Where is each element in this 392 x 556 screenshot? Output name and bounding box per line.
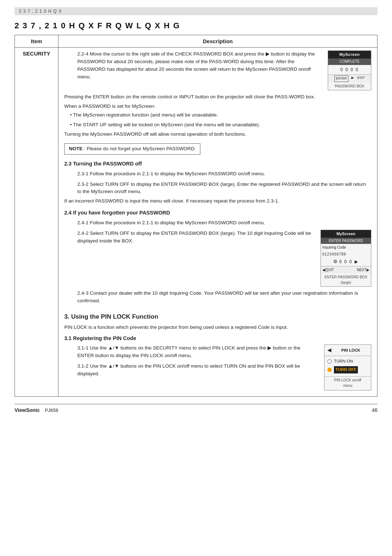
pin-lock-options: TURN ON TURN OFF — [324, 356, 371, 376]
enter-pw-inquiring-code: 0123456789 — [321, 251, 371, 258]
para-243: 2.4-3 Contact your dealer with the 10 di… — [64, 290, 371, 305]
pin-lock-turn-on-option: TURN ON — [327, 357, 368, 365]
exit-label: :EXIT — [357, 75, 365, 82]
footer-brand: ViewSonic — [15, 407, 40, 413]
pin-lock-header: ◀ PIN LOCK — [324, 345, 371, 356]
myscreen-box-title: MyScreen — [328, 51, 371, 58]
turn-off-label: TURN OFF — [334, 366, 358, 373]
enter-pw-subtitle: ENTER PASSWORD — [321, 238, 371, 244]
section-23-heading: 2.3 Turning the PASSWORD off — [64, 160, 371, 168]
page-wrapper: 2 3 7 , 2 1 0 H Q X 2 3 7 , 2 1 0 H Q X … — [0, 0, 392, 556]
enter-pw-box-label: ENTER PASSWORD BOX (large) — [321, 274, 371, 286]
arrow-label: ▶ — [351, 75, 354, 82]
enter-pw-title: MyScreen — [321, 230, 371, 238]
para-3-intro: PIN LOCK is a function which prevents th… — [64, 324, 371, 331]
section-224: 2.2-4 Move the cursor to the right side … — [64, 50, 371, 93]
para-231: 2.3-1 Follow the procedure in 2.1-1 to d… — [64, 170, 371, 178]
para-224-1: 2.2-4 Move the cursor to the right side … — [64, 50, 371, 81]
pin-lock-turn-off-option: TURN OFF — [327, 365, 368, 374]
para-232: 2.3-2 Select TURN OFF to display the ENT… — [64, 181, 371, 196]
enter-pw-dots: ⚙ 0 0 0 ▶ — [321, 257, 371, 266]
para-224-2: Pressing the ENTER button on the remote … — [64, 93, 371, 101]
enter-label: ENTER — [334, 75, 348, 82]
myscreen-box-subtitle: COMPLETE — [328, 58, 371, 65]
turn-on-label: TURN ON — [334, 358, 353, 365]
enter-pw-inquiring-label: Inquiring Code — [321, 244, 371, 251]
para-224-3: When a PASSWORD is set for MyScreen: — [64, 103, 371, 110]
breadcrumb-text: 2 3 7 , 2 1 0 H Q X — [19, 9, 62, 14]
section-24-heading: 2.4 If you have forgotten your PASSWORD — [64, 209, 371, 217]
footer-page: 46 — [372, 407, 377, 413]
pin-lock-title: PIN LOCK — [334, 347, 368, 353]
pin-lock-arrow-icon: ◀ — [327, 346, 331, 354]
enter-pw-nav: ◀QUIT NEXT▶ — [321, 266, 371, 274]
col-header-desc: Description — [58, 35, 377, 48]
para-241: 2.4-1 Follow the procedure in 2.1-1 to d… — [64, 219, 371, 227]
footer: ViewSonic PJ658 46 — [15, 404, 377, 413]
page-title: 2 3 7 , 2 1 0 H Q X F R Q W L Q X H G — [15, 21, 377, 30]
note-box: NOTE : Please do not forget your MyScree… — [64, 143, 200, 155]
myscreen-password-box: MyScreen COMPLETE 0 0 0 0 ENTER ▶ :EXIT — [328, 50, 371, 90]
col-header-item: Item — [15, 35, 58, 48]
para-232-note: If an incorrect PASSWORD is input the me… — [64, 197, 371, 205]
bullet-2: • The START UP setting will be locked on… — [70, 121, 371, 129]
bullet-1: • The MyScreen registration function (an… — [70, 111, 371, 119]
footer-left: ViewSonic PJ658 — [15, 407, 58, 413]
myscreen-box-label: PASSWORD BOX — [328, 83, 371, 90]
breadcrumb: 2 3 7 , 2 1 0 H Q X — [15, 7, 377, 15]
myscreen-box-footer: ENTER ▶ :EXIT — [328, 74, 371, 83]
enter-password-box: MyScreen ENTER PASSWORD Inquiring Code 0… — [320, 230, 371, 287]
main-table: Item Description SECURITY MyScreen — [15, 35, 377, 397]
myscreen-box-digits: 0 0 0 0 — [328, 65, 371, 75]
section-31-heading: 3.1 Registering the PIN Code — [64, 334, 371, 342]
desc-cell: MyScreen COMPLETE 0 0 0 0 ENTER ▶ :EXIT — [58, 48, 377, 397]
item-cell-security: SECURITY — [15, 48, 58, 397]
pin-lock-box-label: PIN LOCK on/off menu — [324, 376, 371, 390]
turn-off-circle-filled — [327, 368, 332, 372]
para-224-4: Turning the MyScreen PASSWORD off will a… — [64, 131, 371, 138]
turn-on-circle — [327, 359, 332, 364]
pin-lock-box: ◀ PIN LOCK TURN ON TURN OFF — [324, 344, 371, 390]
footer-model: PJ658 — [45, 408, 58, 413]
section-3-heading: 3. Using the PIN LOCK Function — [64, 312, 371, 322]
